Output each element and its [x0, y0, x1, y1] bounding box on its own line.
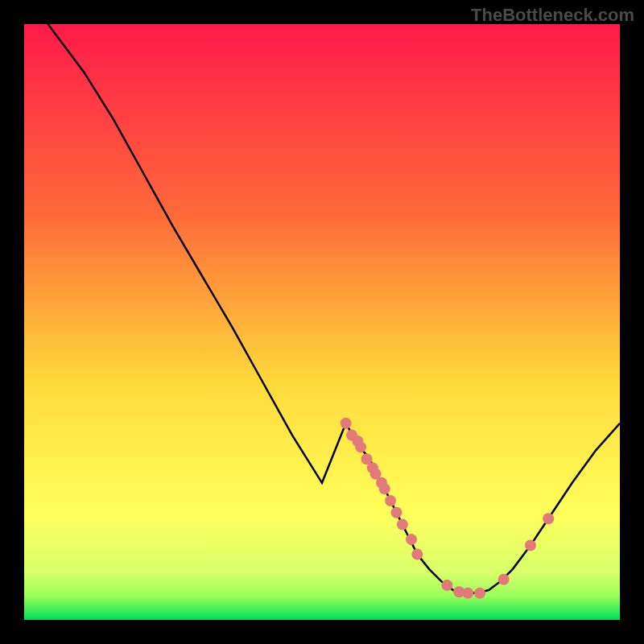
data-marker	[543, 513, 554, 524]
chart-plot-area	[24, 24, 620, 620]
data-marker	[355, 441, 366, 452]
data-marker	[441, 580, 452, 591]
data-marker	[525, 540, 536, 551]
data-marker	[391, 507, 402, 518]
data-marker	[406, 534, 417, 545]
data-marker	[498, 574, 510, 585]
data-marker	[379, 483, 390, 494]
data-marker	[397, 519, 408, 530]
data-marker	[462, 588, 473, 599]
data-marker	[341, 418, 352, 429]
chart-svg	[24, 24, 620, 620]
data-marker	[385, 495, 396, 506]
data-marker	[411, 549, 423, 560]
attribution-text: TheBottleneck.com	[471, 5, 634, 26]
gradient-background	[24, 24, 620, 620]
data-marker	[474, 588, 485, 599]
